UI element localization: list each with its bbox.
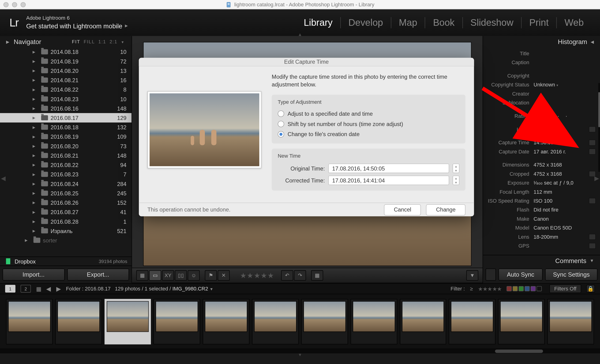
nav-forward-icon[interactable]: ▶ xyxy=(56,285,61,292)
metadata-row[interactable]: Focal Length112 mm xyxy=(483,187,597,196)
thumbnail[interactable] xyxy=(449,299,496,344)
thumbnail[interactable] xyxy=(350,299,397,344)
histogram-header[interactable]: Histogram xyxy=(483,36,600,47)
scrollbar[interactable] xyxy=(598,83,600,172)
folder-row[interactable]: ▶2014.08.228 xyxy=(0,85,131,94)
metadata-action-icon[interactable] xyxy=(589,234,596,240)
color-blue-icon[interactable] xyxy=(525,286,530,291)
flag-pick-button[interactable]: ⚑ xyxy=(205,270,217,281)
rating-stars[interactable]: ★★★★★ xyxy=(240,271,274,280)
metadata-action-icon[interactable] xyxy=(589,243,596,249)
folder-row[interactable]: ▶2014.08.1810 xyxy=(0,47,131,56)
metadata-row[interactable]: Capture Time14:50:05 xyxy=(483,138,597,147)
module-web[interactable]: Web xyxy=(556,17,591,28)
module-library[interactable]: Library xyxy=(296,17,340,28)
loupe-view-button[interactable]: ▭ xyxy=(149,270,161,281)
metadata-row[interactable]: FlashDid not fire xyxy=(483,205,597,214)
thumbnail[interactable] xyxy=(252,299,299,344)
filter-rating[interactable]: ★★★★★ xyxy=(478,286,502,292)
toolbar-disclosure-icon[interactable]: ▼ xyxy=(466,270,478,281)
metadata-row[interactable]: Cropped4752 x 3168 xyxy=(483,169,597,178)
metadata-action-icon[interactable] xyxy=(589,126,596,132)
mobile-link[interactable]: Get started with Lightroom mobile xyxy=(26,22,128,30)
corrected-time-stepper[interactable]: ▲▼ xyxy=(453,176,459,185)
breadcrumb-folder[interactable]: Folder : 2016.08.17 xyxy=(66,286,111,292)
folder-row[interactable]: ▶2016.08.281 xyxy=(0,217,131,226)
main-window-button[interactable]: 1 xyxy=(5,285,16,292)
folder-row[interactable]: ▶2016.08.2741 xyxy=(0,207,131,217)
thumbnail[interactable] xyxy=(6,299,53,344)
folder-row[interactable]: ▶2016.08.26152 xyxy=(0,198,131,207)
folder-row[interactable]: ▶2016.08.237 xyxy=(0,170,131,179)
metadata-action-icon[interactable] xyxy=(589,139,596,146)
filters-off-button[interactable]: Filters Off xyxy=(550,284,581,293)
folder-row[interactable]: ▶2016.08.24284 xyxy=(0,179,131,188)
folder-row[interactable]: ▶2016.08.18132 xyxy=(0,122,131,132)
sync-settings-button[interactable]: Sync Settings xyxy=(545,269,598,281)
color-yellow-icon[interactable] xyxy=(513,286,518,291)
metadata-row[interactable]: Exposure¹⁄₈₀₀ sec at ƒ / 9,0 xyxy=(483,178,597,187)
module-develop[interactable]: Develop xyxy=(340,17,391,28)
module-print[interactable]: Print xyxy=(521,17,556,28)
sync-toggle-icon[interactable] xyxy=(486,269,496,281)
folder-row[interactable]: ▶2016.08.2294 xyxy=(0,160,131,170)
metadata-row[interactable]: GPS xyxy=(483,241,597,250)
folder-row[interactable]: ▶2016.08.16148 xyxy=(0,104,131,113)
metadata-row[interactable]: Lens18-200mm xyxy=(483,232,597,241)
metadata-value[interactable]: Unknown ▾ xyxy=(534,82,596,88)
zoom-controls[interactable]: FIT FILL 1:1 2:1 ▼ xyxy=(71,39,126,44)
rating-dots[interactable]: · · · · · xyxy=(534,113,596,119)
metadata-row[interactable]: ModelCanon EOS 50D xyxy=(483,223,597,232)
right-panel-collapse-icon[interactable]: ▶ xyxy=(594,175,599,182)
auto-sync-button[interactable]: Auto Sync xyxy=(498,269,543,281)
folder-row[interactable]: ▶2014.08.2116 xyxy=(0,75,131,85)
metadata-row[interactable]: Sublocation xyxy=(483,98,597,107)
dropbox-volume[interactable]: Dropbox 39194 photos xyxy=(0,256,131,266)
color-none-icon[interactable] xyxy=(537,286,542,291)
grid-overlay-button[interactable]: ▦ xyxy=(311,270,323,281)
metadata-row[interactable]: Dimensions4752 x 3168 xyxy=(483,160,597,169)
thumbnail[interactable] xyxy=(400,299,446,344)
flag-reject-button[interactable]: ✕ xyxy=(218,270,230,281)
filter-color-labels[interactable] xyxy=(507,286,542,291)
metadata-action-icon[interactable] xyxy=(589,148,596,155)
compare-view-button[interactable]: XY xyxy=(162,270,174,281)
thumbnail[interactable] xyxy=(55,299,102,344)
change-button[interactable]: Change xyxy=(426,204,465,216)
second-window-button[interactable]: 2 xyxy=(21,285,31,292)
filmstrip[interactable] xyxy=(0,294,600,349)
radio-adjust-date[interactable]: Adjust to a specified date and time xyxy=(278,109,459,119)
folder-row[interactable]: ▶2014.08.2310 xyxy=(0,94,131,104)
filter-lock-icon[interactable]: 🔒 xyxy=(586,285,595,292)
import-button[interactable]: Import... xyxy=(3,269,65,281)
module-book[interactable]: Book xyxy=(425,17,462,28)
color-red-icon[interactable] xyxy=(507,286,512,291)
filmstrip-scrollbar[interactable] xyxy=(0,349,600,353)
color-green-icon[interactable] xyxy=(519,286,524,291)
navigator-header[interactable]: ▶ Navigator FIT FILL 1:1 2:1 ▼ xyxy=(0,36,131,47)
metadata-row[interactable]: Title xyxy=(483,49,597,58)
corrected-time-input[interactable]: 17.08.2016, 14:41:04 xyxy=(328,176,449,185)
thumbnail[interactable] xyxy=(547,299,594,344)
original-time-stepper[interactable]: ▲▼ xyxy=(453,164,459,173)
metadata-row[interactable]: Capture Date17 авг. 2016 г. xyxy=(483,147,597,156)
metadata-row[interactable]: Label xyxy=(483,125,597,134)
folder-row[interactable]: ▶2016.08.2073 xyxy=(0,141,131,151)
metadata-row[interactable]: Rating· · · · · xyxy=(483,111,597,120)
comments-header[interactable]: Comments xyxy=(483,255,600,266)
metadata-action-icon[interactable] xyxy=(589,198,596,204)
cancel-button[interactable]: Cancel xyxy=(384,204,421,216)
color-purple-icon[interactable] xyxy=(531,286,536,291)
thumbnail[interactable] xyxy=(301,299,348,344)
radio-shift-hours[interactable]: Shift by set number of hours (time zone … xyxy=(278,119,459,129)
rotate-cw-button[interactable]: ↷ xyxy=(294,270,306,281)
thumbnail[interactable] xyxy=(154,299,200,344)
rotate-ccw-button[interactable]: ↶ xyxy=(281,270,293,281)
module-map[interactable]: Map xyxy=(391,17,425,28)
metadata-row[interactable]: ISO Speed RatingISO 100 xyxy=(483,196,597,205)
thumbnail[interactable] xyxy=(498,299,545,344)
grid-view-button[interactable]: ▦ xyxy=(136,270,148,281)
export-button[interactable]: Export... xyxy=(67,269,129,281)
people-view-button[interactable]: ☺ xyxy=(188,270,200,281)
metadata-row[interactable]: Copyright xyxy=(483,71,597,80)
